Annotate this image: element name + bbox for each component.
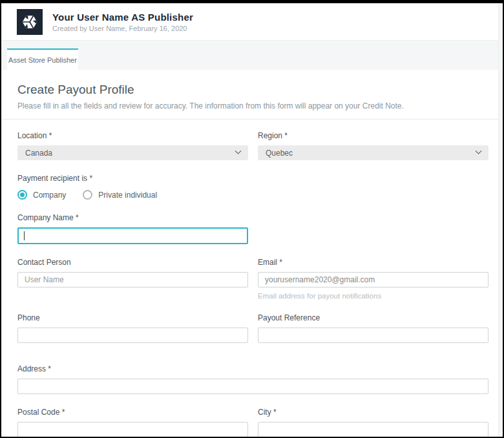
- payout-reference-input[interactable]: [258, 328, 488, 343]
- radio-private-individual-label: Private individual: [98, 191, 157, 200]
- page-description: Please fill in all the fields and review…: [17, 101, 488, 110]
- postal-code-input[interactable]: [17, 422, 248, 437]
- text-cursor: [24, 231, 25, 240]
- phone-label: Phone: [17, 313, 248, 322]
- phone-input[interactable]: [17, 328, 248, 343]
- publisher-header: Your User Name AS Publisher Created by U…: [1, 3, 503, 41]
- field-payment-recipient: Payment recipient is * Company Private i…: [17, 174, 248, 200]
- company-name-label: Company Name *: [17, 213, 248, 222]
- field-location: Location * Canada: [17, 131, 248, 160]
- contact-person-input[interactable]: [17, 272, 248, 287]
- scrollbar[interactable]: [498, 3, 503, 437]
- address-input[interactable]: [17, 379, 488, 394]
- radio-selected-icon[interactable]: [17, 190, 27, 200]
- payout-reference-label: Payout Reference: [258, 313, 488, 322]
- chevron-down-icon: [235, 148, 242, 154]
- publisher-window: Your User Name AS Publisher Created by U…: [1, 3, 503, 437]
- email-helper-text: Email address for payout notifications: [258, 292, 488, 300]
- chevron-down-icon: [476, 148, 482, 154]
- payment-recipient-label: Payment recipient is *: [17, 174, 248, 183]
- location-select-value: Canada: [25, 149, 52, 158]
- region-select[interactable]: Quebec: [258, 145, 488, 160]
- contact-person-label: Contact Person: [17, 258, 248, 267]
- region-select-value: Quebec: [266, 149, 293, 158]
- field-contact-person: Contact Person: [17, 258, 248, 300]
- tab-label: Asset Store Publisher: [8, 56, 77, 64]
- field-address: Address *: [17, 364, 488, 394]
- field-region: Region * Quebec: [258, 131, 488, 160]
- field-email: Email * Email address for payout notific…: [258, 258, 488, 300]
- region-label: Region *: [258, 131, 488, 140]
- radio-company-label: Company: [33, 191, 66, 200]
- field-company-name: Company Name *: [17, 213, 248, 244]
- field-postal-code: Postal Code *: [17, 408, 248, 437]
- field-payout-reference: Payout Reference: [258, 313, 488, 343]
- address-label: Address *: [17, 364, 488, 373]
- postal-code-label: Postal Code *: [17, 408, 248, 417]
- field-phone: Phone: [17, 313, 248, 343]
- divider: [1, 119, 503, 120]
- field-city: City *: [258, 408, 488, 437]
- email-input[interactable]: [258, 272, 488, 287]
- city-label: City *: [258, 408, 488, 417]
- payout-profile-form: Location * Canada Region * Quebec Paymen…: [17, 131, 488, 437]
- page-title: Create Payout Profile: [17, 83, 488, 97]
- unity-logo-icon: [17, 9, 43, 35]
- publisher-created-info: Created by User Name, February 16, 2020: [52, 25, 193, 32]
- location-label: Location *: [17, 131, 248, 140]
- radio-unselected-icon[interactable]: [83, 190, 92, 200]
- company-name-input[interactable]: [17, 227, 248, 244]
- radio-option-private-individual[interactable]: Private individual: [83, 190, 157, 200]
- tab-strip: Asset Store Publisher: [1, 41, 503, 70]
- publisher-name: Your User Name AS Publisher: [52, 12, 193, 23]
- city-input[interactable]: [258, 422, 488, 437]
- payment-recipient-options: Company Private individual: [17, 190, 248, 200]
- create-payout-profile-section: Create Payout Profile Please fill in all…: [1, 70, 503, 437]
- header-text: Your User Name AS Publisher Created by U…: [52, 12, 193, 32]
- tab-asset-store-publisher[interactable]: Asset Store Publisher: [7, 48, 78, 70]
- email-label: Email *: [258, 258, 488, 267]
- radio-option-company[interactable]: Company: [17, 190, 66, 200]
- location-select[interactable]: Canada: [17, 145, 248, 160]
